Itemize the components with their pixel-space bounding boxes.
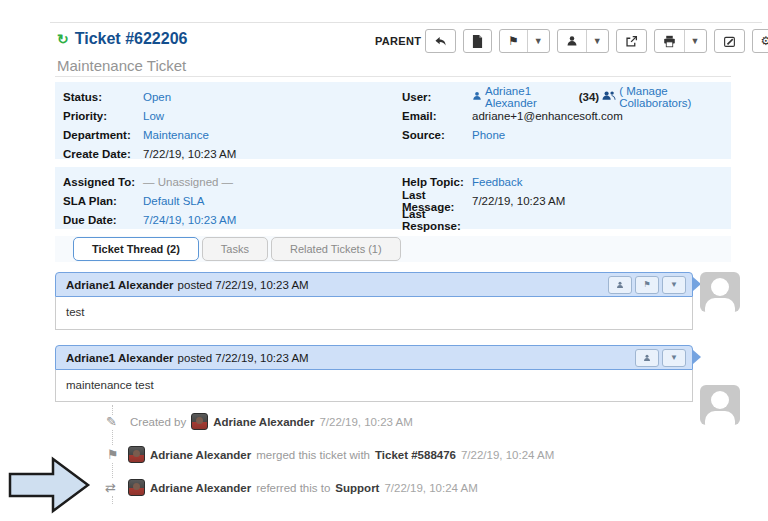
- event-referred: Adriane Alexander referred this to Suppo…: [128, 479, 478, 496]
- ticket-detail-panel: Assigned To:— Unassigned — SLA Plan:Defa…: [55, 167, 731, 229]
- sla-plan-row: SLA Plan:Default SLA: [63, 191, 236, 210]
- event-actor: Adriane Alexander: [150, 449, 251, 461]
- pencil-icon: ✎: [106, 415, 117, 428]
- file-icon: [464, 30, 491, 52]
- reply-icon: [426, 30, 455, 52]
- user-name-link[interactable]: Adriane1 Alexander: [485, 85, 576, 109]
- event-prefix: Created by: [130, 416, 186, 428]
- page-title: ↻ Ticket #622206: [57, 30, 187, 48]
- print-split-button[interactable]: ▼: [654, 29, 707, 53]
- create-date-value: 7/22/19, 10:23 AM: [143, 148, 236, 160]
- status-row: Status:Open: [63, 87, 236, 106]
- message-posted: posted 7/22/19, 10:23 AM: [178, 352, 309, 364]
- pennant-flag-icon: ⚑: [107, 448, 119, 461]
- help-topic-link[interactable]: Feedback: [472, 176, 523, 188]
- message-pointer: [693, 350, 701, 364]
- email-value: adriane+1@enhancesoft.com: [472, 110, 623, 122]
- detail-left-column: Assigned To:— Unassigned — SLA Plan:Defa…: [63, 172, 236, 229]
- ticket-toolbar: ⚑ ▼ ▼ ▼ ⚙ ▼: [425, 29, 768, 53]
- manage-collaborators-link[interactable]: ( Manage Collaborators): [619, 85, 731, 109]
- assigned-to-value: — Unassigned —: [143, 176, 233, 188]
- message-options-button[interactable]: ▼: [662, 349, 686, 367]
- reply-button[interactable]: [425, 29, 456, 53]
- email-row: Email:adriane+1@enhancesoft.com: [402, 106, 731, 125]
- event-created: Created by Adriane Alexander 7/22/19, 10…: [130, 413, 413, 430]
- event-date: 7/22/19, 10:23 AM: [319, 416, 412, 428]
- ticket-summary-panel: Status:Open Priority:Low Department:Main…: [55, 82, 731, 159]
- user-ticket-count: (34): [579, 91, 599, 103]
- user-row: User: Adriane1 Alexander (34) ( Manage C…: [402, 87, 731, 106]
- last-message-value: 7/22/19, 10:23 AM: [472, 195, 565, 207]
- thread-message-body: test: [55, 297, 693, 330]
- message-user-button[interactable]: [635, 349, 659, 367]
- event-merged: Adriane Alexander merged this ticket wit…: [128, 446, 554, 463]
- create-date-row: Create Date:7/22/19, 10:23 AM: [63, 144, 236, 163]
- status-link[interactable]: Open: [143, 91, 171, 103]
- user-icon: [472, 91, 482, 103]
- event-connector: [112, 430, 113, 445]
- source-row: Source:Phone: [402, 125, 731, 144]
- event-avatar: [128, 479, 145, 496]
- tab-ticket-thread[interactable]: Ticket Thread (2): [73, 237, 199, 261]
- event-connector: [112, 496, 113, 504]
- priority-row: Priority:Low: [63, 106, 236, 125]
- flag-caret[interactable]: ▼: [527, 30, 549, 52]
- event-target-team: Support: [335, 482, 379, 494]
- last-response-row: Last Response:: [402, 210, 565, 229]
- summary-right-column: User: Adriane1 Alexander (34) ( Manage C…: [402, 87, 731, 144]
- more-split-button[interactable]: ⚙ ▼: [752, 29, 768, 53]
- message-author: Adriane1 Alexander: [66, 352, 174, 364]
- ticket-subject: Maintenance Ticket: [57, 57, 186, 74]
- thread-message-header: Adriane1 Alexander posted 7/22/19, 10:23…: [55, 272, 693, 297]
- thread-message-body: maintenance test: [55, 370, 693, 402]
- message-options-button[interactable]: ▼: [662, 276, 686, 294]
- due-date-link[interactable]: 7/24/19, 10:23 AM: [143, 214, 236, 226]
- share-icon: [617, 30, 646, 52]
- message-user-button[interactable]: [608, 276, 632, 294]
- event-connector: [112, 463, 113, 478]
- note-button[interactable]: [463, 29, 492, 53]
- ticket-number-title: Ticket #622206: [75, 30, 188, 48]
- event-action: merged this ticket with: [256, 449, 370, 461]
- department-link[interactable]: Maintenance: [143, 129, 209, 141]
- share-button[interactable]: [616, 29, 647, 53]
- priority-link[interactable]: Low: [143, 110, 164, 122]
- message-author: Adriane1 Alexander: [66, 279, 174, 291]
- event-avatar: [191, 413, 208, 430]
- avatar: [700, 385, 740, 425]
- source-link[interactable]: Phone: [472, 129, 505, 141]
- summary-left-column: Status:Open Priority:Low Department:Main…: [63, 87, 236, 163]
- event-avatar: [128, 446, 145, 463]
- detail-right-column: Help Topic:Feedback Last Message:7/22/19…: [402, 172, 565, 229]
- gear-icon: ⚙: [753, 30, 768, 52]
- assign-caret[interactable]: ▼: [586, 30, 608, 52]
- message-flag-button[interactable]: ⚑: [635, 276, 659, 294]
- flag-split-button[interactable]: ⚑ ▼: [499, 29, 550, 53]
- transfer-arrows-icon: ⇄: [105, 481, 116, 494]
- sla-plan-link[interactable]: Default SLA: [143, 195, 204, 207]
- print-caret[interactable]: ▼: [684, 30, 706, 52]
- flag-icon: ⚑: [500, 30, 527, 52]
- tab-tasks[interactable]: Tasks: [202, 237, 268, 261]
- annotation-arrow-icon: [6, 456, 92, 514]
- due-date-row: Due Date:7/24/19, 10:23 AM: [63, 210, 236, 229]
- tab-related-tickets[interactable]: Related Tickets (1): [271, 237, 401, 261]
- parent-badge: PARENT: [375, 35, 421, 47]
- message-posted: posted 7/22/19, 10:23 AM: [178, 279, 309, 291]
- top-divider: [50, 22, 762, 23]
- assign-split-button[interactable]: ▼: [557, 29, 609, 53]
- event-date: 7/22/19, 10:24 AM: [461, 449, 554, 461]
- person-icon: [558, 30, 586, 52]
- event-action: referred this to: [256, 482, 330, 494]
- subject-divider: [55, 76, 731, 77]
- event-actor: Adriane Alexander: [150, 482, 251, 494]
- event-target-ticket: Ticket #588476: [375, 449, 456, 461]
- refresh-icon[interactable]: ↻: [57, 31, 69, 47]
- print-icon: [655, 30, 684, 52]
- collaborators-group-icon: [602, 90, 616, 103]
- edit-button[interactable]: [714, 29, 745, 53]
- department-row: Department:Maintenance: [63, 125, 236, 144]
- thread-message-header: Adriane1 Alexander posted 7/22/19, 10:23…: [55, 345, 693, 370]
- assigned-to-row: Assigned To:— Unassigned —: [63, 172, 236, 191]
- event-date: 7/22/19, 10:24 AM: [384, 482, 477, 494]
